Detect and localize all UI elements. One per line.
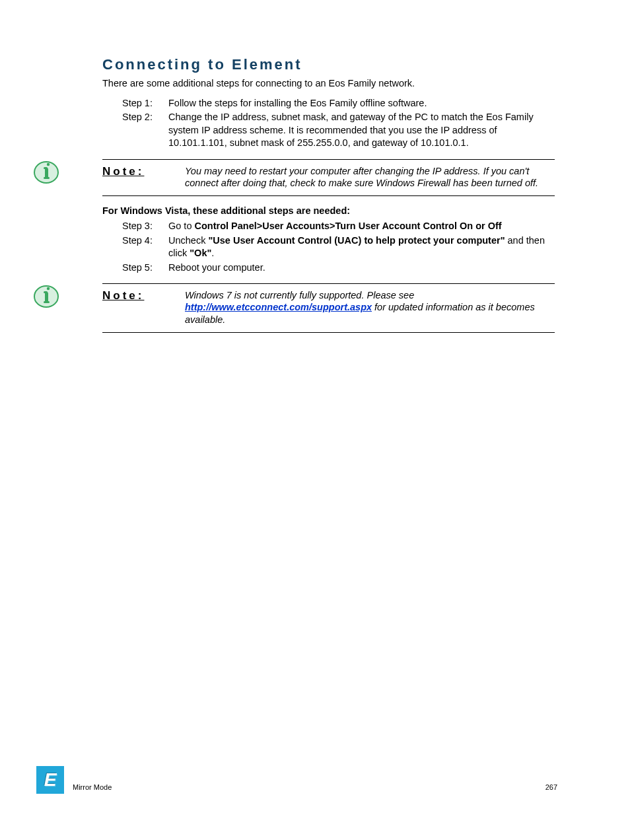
info-icon	[33, 159, 59, 186]
section-title: Connecting to Element	[102, 56, 555, 73]
footer-page-number: 267	[545, 783, 557, 791]
footer-section-name: Mirror Mode	[73, 783, 112, 791]
note-rule-bottom	[102, 332, 555, 333]
step-label: Step 2:	[122, 111, 168, 150]
step-row: Step 2: Change the IP address, subnet ma…	[122, 111, 555, 150]
link-text: www.etcconnect.com/support.aspx	[211, 302, 372, 312]
step-text: Reboot your computer.	[168, 262, 555, 275]
bold-text: "Use User Account Control (UAC) to help …	[208, 235, 505, 246]
brand-badge-letter: E	[44, 769, 57, 790]
step-label: Step 4:	[122, 234, 168, 260]
content-area: Connecting to Element There are some add…	[102, 56, 555, 333]
info-icon	[33, 283, 59, 310]
note-text: You may need to restart your computer af…	[185, 165, 555, 189]
bold-text: "Ok"	[190, 248, 211, 258]
note-body: Note: You may need to restart your compu…	[102, 165, 555, 189]
step-label: Step 3:	[122, 220, 168, 233]
text-fragment: Uncheck	[168, 235, 208, 246]
note-body: Note: Windows 7 is not currently fully s…	[102, 289, 555, 325]
note-rule-top	[102, 159, 555, 160]
svg-point-6	[47, 287, 50, 290]
step-label: Step 1:	[122, 97, 168, 110]
support-link[interactable]: http://www.etcconnect.com/support.aspx	[185, 302, 372, 312]
svg-rect-8	[44, 301, 50, 303]
step-text: Follow the steps for installing the Eos …	[168, 97, 555, 110]
note-block: Note: Windows 7 is not currently fully s…	[102, 283, 555, 332]
step-row: Step 4: Uncheck "Use User Account Contro…	[122, 234, 555, 260]
step-text: Change the IP address, subnet mask, and …	[168, 111, 555, 150]
note-rule-top	[102, 283, 555, 284]
svg-rect-3	[44, 177, 50, 179]
steps-block-2: Step 3: Go to Control Panel>User Account…	[122, 220, 555, 274]
link-text: http://	[185, 302, 211, 312]
step-text: Uncheck "Use User Account Control (UAC) …	[168, 234, 555, 260]
text-fragment: Windows 7 is not currently fully support…	[185, 290, 414, 300]
svg-rect-7	[45, 292, 48, 302]
brand-badge: E	[36, 766, 64, 794]
svg-rect-9	[44, 291, 48, 293]
svg-rect-4	[44, 167, 48, 169]
step-row: Step 3: Go to Control Panel>User Account…	[122, 220, 555, 233]
page: Connecting to Element There are some add…	[0, 0, 630, 840]
svg-rect-2	[45, 168, 48, 178]
steps-block-1: Step 1: Follow the steps for installing …	[122, 97, 555, 150]
intro-text: There are some additional steps for conn…	[102, 77, 555, 90]
vista-heading: For Windows Vista, these additional step…	[102, 205, 555, 216]
note-label: Note:	[102, 289, 185, 325]
note-rule-bottom	[102, 195, 555, 196]
svg-point-1	[47, 163, 50, 166]
note-label: Note:	[102, 165, 185, 189]
step-label: Step 5:	[122, 262, 168, 275]
step-row: Step 5: Reboot your computer.	[122, 262, 555, 275]
text-fragment: .	[211, 248, 214, 258]
bold-text: Control Panel>User Accounts>Turn User Ac…	[195, 221, 502, 231]
step-row: Step 1: Follow the steps for installing …	[122, 97, 555, 110]
note-text: Windows 7 is not currently fully support…	[185, 289, 555, 325]
step-text: Go to Control Panel>User Accounts>Turn U…	[168, 220, 555, 233]
note-block: Note: You may need to restart your compu…	[102, 159, 555, 196]
page-footer: E Mirror Mode 267	[36, 767, 557, 794]
text-fragment: Go to	[168, 221, 195, 231]
vista-block: For Windows Vista, these additional step…	[102, 205, 555, 274]
